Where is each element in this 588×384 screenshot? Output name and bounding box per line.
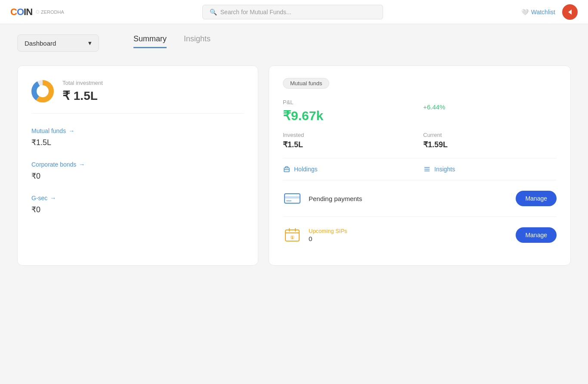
dashboard-dropdown[interactable]: Dashboard ▾ (17, 34, 99, 52)
svg-rect-10 (285, 196, 300, 198)
svg-text:1: 1 (291, 235, 293, 240)
current-section: Current ₹1.59L (423, 132, 557, 149)
credit-card-icon (284, 192, 301, 205)
pnl-section: P&L ₹9.67k +6.44% (283, 99, 557, 123)
upcoming-sips-count: 0 (309, 235, 347, 242)
svg-marker-0 (568, 9, 572, 15)
content-grid: Total investment ₹ 1.5L Mutual funds → ₹… (17, 65, 571, 266)
search-icon: 🔍 (210, 9, 217, 15)
gsec-amount: ₹0 (31, 205, 244, 214)
sip-info: Upcoming SIPs 0 (309, 228, 347, 242)
search-placeholder: Search for Mutual Funds... (220, 9, 291, 15)
chevron-down-icon: ▾ (88, 39, 92, 47)
list-icon (423, 165, 431, 173)
invested-current-section: Invested ₹1.5L Current ₹1.59L (283, 132, 557, 149)
search-container: 🔍 Search for Mutual Funds... (64, 5, 521, 19)
mutual-funds-link[interactable]: Mutual funds → (31, 127, 244, 134)
insights-button[interactable]: Insights (423, 165, 557, 173)
mutual-funds-badge: Mutual funds (283, 78, 329, 89)
pnl-value: ₹9.67k (283, 108, 416, 123)
pending-payments-icon (283, 189, 302, 208)
pnl-label: P&L (283, 99, 416, 105)
search-bar[interactable]: 🔍 Search for Mutual Funds... (202, 5, 383, 19)
heart-icon: 🤍 (521, 9, 529, 15)
pnl-percent: +6.44% (423, 99, 557, 111)
top-bar: Dashboard ▾ Summary Insights (17, 34, 571, 52)
holdings-insights-row: Holdings Insights (283, 165, 557, 173)
left-card: Total investment ₹ 1.5L Mutual funds → ₹… (17, 65, 258, 266)
pie-chart-icon (31, 80, 54, 102)
pending-payments-label: Pending payments (309, 195, 509, 202)
tab-insights[interactable]: Insights (184, 34, 210, 48)
invested-value: ₹1.5L (283, 140, 416, 149)
briefcase-icon (283, 165, 291, 173)
arrow-right-icon-2: → (79, 161, 85, 168)
zerodha-label: ZERODHA (36, 9, 64, 15)
tab-summary[interactable]: Summary (133, 34, 167, 48)
corporate-bonds-link[interactable]: Corporate bonds → (31, 161, 244, 168)
svg-rect-11 (286, 200, 291, 201)
total-investment-value: ₹ 1.5L (62, 89, 103, 103)
logo-area: COIN ZERODHA (10, 6, 64, 18)
logo: COIN (10, 6, 32, 18)
invested-label: Invested (283, 132, 416, 138)
divider-1 (283, 158, 557, 158)
main-content: Dashboard ▾ Summary Insights Total inves… (0, 24, 588, 276)
tabs-container: Summary Insights (133, 34, 210, 50)
mutual-funds-amount: ₹1.5L (31, 138, 244, 147)
total-investment-label: Total investment (62, 80, 103, 86)
mutual-funds-section: Mutual funds → ₹1.5L (31, 127, 244, 147)
header-right: 🤍 Watchlist (521, 4, 578, 20)
total-investment-section: Total investment ₹ 1.5L (31, 80, 244, 114)
gsec-section: G-sec → ₹0 (31, 195, 244, 214)
upcoming-sips-label: Upcoming SIPs (309, 228, 347, 234)
upcoming-sips-section: 1 Upcoming SIPs 0 Manage (283, 217, 557, 253)
invested-section: Invested ₹1.5L (283, 132, 416, 149)
manage-sips-button[interactable]: Manage (516, 227, 557, 243)
pnl-left: P&L ₹9.67k (283, 99, 416, 123)
calendar-icon: 1 (284, 226, 301, 244)
current-value: ₹1.59L (423, 140, 557, 149)
manage-payments-button[interactable]: Manage (516, 191, 557, 206)
corporate-bonds-section: Corporate bonds → ₹0 (31, 161, 244, 181)
current-label: Current (423, 132, 557, 138)
watchlist-button[interactable]: 🤍 Watchlist (521, 9, 555, 15)
pending-payments-section: Pending payments Manage (283, 180, 557, 217)
arrow-right-icon: → (68, 127, 74, 134)
back-icon (566, 9, 573, 15)
sip-icon: 1 (283, 226, 302, 245)
corporate-bonds-amount: ₹0 (31, 171, 244, 181)
right-card: Mutual funds P&L ₹9.67k +6.44% Invested … (269, 65, 571, 266)
investment-info: Total investment ₹ 1.5L (62, 80, 103, 103)
arrow-right-icon-3: → (50, 195, 56, 201)
back-button[interactable] (562, 4, 578, 20)
holdings-button[interactable]: Holdings (283, 165, 416, 173)
main-header: COIN ZERODHA 🔍 Search for Mutual Funds..… (0, 0, 588, 24)
gsec-link[interactable]: G-sec → (31, 195, 244, 201)
pnl-right: +6.44% (423, 99, 557, 123)
